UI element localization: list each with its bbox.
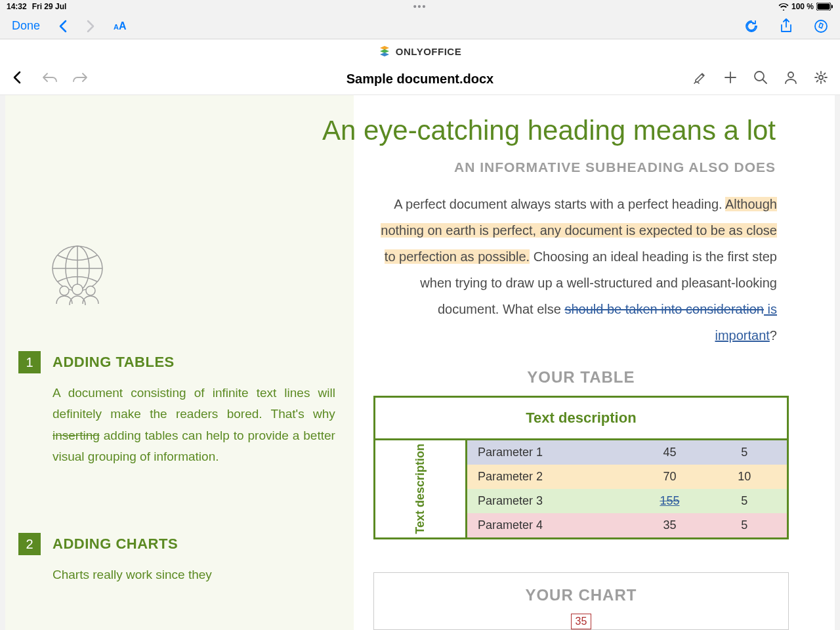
doc-heading-2: AN INFORMATIVE SUBHEADING ALSO DOES [18, 159, 789, 191]
share-button[interactable] [780, 18, 793, 34]
app-header: ONLYOFFICE Sample document.docx [0, 39, 840, 95]
onlyoffice-logo-icon [379, 45, 390, 57]
chart-container: YOUR CHART 35 [373, 572, 789, 630]
chart-title: YOUR CHART [374, 586, 788, 604]
status-date: Fri 29 Jul [32, 2, 67, 11]
svg-point-3 [815, 20, 827, 32]
svg-rect-1 [818, 4, 830, 10]
settings-button[interactable] [814, 70, 828, 87]
sample-table: Text description Text description Parame… [373, 396, 789, 539]
done-button[interactable]: Done [12, 19, 40, 33]
compass-button[interactable] [814, 19, 828, 33]
battery-icon [816, 3, 833, 10]
svg-point-5 [788, 72, 793, 77]
section-number-2: 2 [18, 533, 41, 555]
search-button[interactable] [753, 70, 768, 87]
edit-button[interactable] [693, 70, 707, 87]
svg-point-11 [86, 286, 95, 295]
more-dots-icon: ••• [413, 1, 427, 12]
onlyoffice-brand: ONLYOFFICE [396, 46, 461, 57]
ios-status-bar: 14:32 Fri 29 Jul ••• 100 % [0, 0, 840, 13]
section-title-1: ADDING TABLES [52, 354, 175, 371]
back-button[interactable] [12, 70, 22, 88]
table-row: Parameter 27010 [467, 465, 787, 489]
table-row: Parameter 4355 [467, 513, 787, 537]
status-time: 14:32 [7, 2, 27, 11]
undo-button[interactable] [42, 71, 59, 87]
safari-toolbar: Done AA [0, 13, 840, 39]
table-header: Text description [375, 398, 787, 440]
add-button[interactable] [723, 70, 738, 87]
text-size-button[interactable]: AA [114, 20, 127, 32]
wifi-icon [778, 3, 789, 10]
doc-heading-1: An eye-catching heading means a lot [18, 115, 789, 159]
battery-percent: 100 % [791, 2, 814, 11]
table-title: YOUR TABLE [373, 368, 789, 387]
browser-forward-button [86, 20, 95, 33]
table-row: Parameter 1455 [467, 440, 787, 465]
table-row: Parameter 31555 [467, 489, 787, 513]
user-button[interactable] [784, 70, 798, 87]
browser-back-button[interactable] [58, 20, 68, 33]
svg-point-6 [819, 75, 823, 79]
chart-value: 35 [571, 614, 592, 629]
section-number-1: 1 [18, 351, 41, 373]
document-canvas[interactable]: An eye-catching heading means a lot AN I… [5, 95, 835, 630]
document-filename: Sample document.docx [346, 72, 494, 87]
svg-point-10 [72, 284, 83, 295]
redo-button[interactable] [71, 71, 88, 87]
table-side-label: Text description [375, 440, 467, 537]
svg-point-9 [60, 286, 69, 295]
section-body-2: Charts really work since they [18, 564, 335, 585]
doc-paragraph: A perfect document always starts with a … [373, 191, 789, 368]
globe-people-icon [45, 243, 110, 309]
section-body-1: A document consisting of infinite text l… [18, 383, 335, 467]
svg-rect-2 [831, 5, 833, 9]
reload-button[interactable] [744, 19, 759, 33]
section-title-2: ADDING CHARTS [52, 536, 178, 553]
